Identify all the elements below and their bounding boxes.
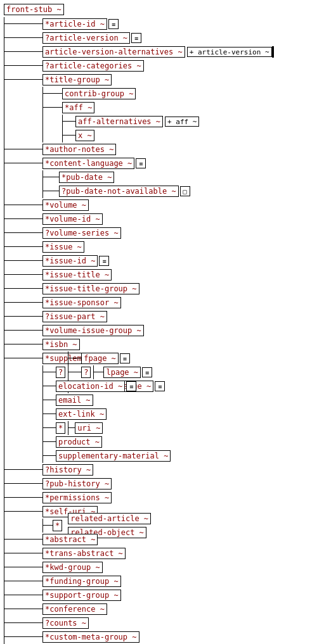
node-related-article: related-article ~ — [68, 513, 151, 524]
node-title-group: * title-group ~ — [42, 74, 112, 85]
node-row-content-language: * content-language ~ ≡ — [4, 156, 323, 170]
node-issue-sponsor: * issue-sponsor ~ — [42, 297, 121, 308]
node-product: product ~ — [56, 436, 102, 448]
node-row-custom-meta-group: * custom-meta-group ~ — [4, 630, 323, 644]
node-volume-series: ? volume-series ~ — [42, 227, 121, 239]
xml-tree: front-stub ~ * article-id ~ ≡ ? article-… — [0, 0, 324, 644]
node-article-id: * article-id ~ — [42, 18, 107, 30]
node-row-pub-date-not-available: ? pub-date-not-available ~ □ — [43, 184, 323, 198]
list-icon-fpage[interactable]: ≡ — [120, 353, 130, 363]
node-history: ? history ~ — [42, 464, 93, 476]
node-row-aff-alternatives: aff-alternatives ~ + aff ~ — [63, 115, 323, 129]
add-btn-article-version[interactable]: + article-version ~ — [187, 47, 272, 57]
node-row-x: x ~ — [63, 129, 323, 142]
root-label: front-stub ~ — [6, 5, 62, 14]
node-row-abstract: * abstract ~ — [4, 533, 323, 546]
node-aff: * aff ~ — [62, 102, 94, 113]
node-row-volume-series: ? volume-series ~ — [4, 226, 323, 240]
list-icon-lpage[interactable]: ≡ — [142, 367, 152, 377]
node-related-card: * — [53, 520, 62, 531]
node-volume-id: * volume-id ~ — [42, 213, 103, 225]
node-fpage: fpage ~ — [81, 353, 119, 364]
node-row-conference: * conference ~ — [4, 602, 323, 616]
node-x: x ~ — [75, 130, 94, 141]
node-row-fpage: fpage ~ ≡ — [68, 351, 165, 365]
node-row-product: product ~ — [43, 435, 323, 449]
node-volume-issue-group: * volume-issue-group ~ — [42, 325, 144, 336]
node-counts: ? counts ~ — [42, 617, 89, 629]
add-btn-aff[interactable]: + aff ~ — [165, 117, 199, 127]
node-custom-meta-group: * custom-meta-group ~ — [42, 631, 139, 643]
node-row-issue-title: * issue-title ~ — [4, 268, 323, 282]
node-lpage-group-card: ? — [81, 367, 91, 378]
node-row-permissions: * permissions ~ — [4, 491, 323, 505]
node-abstract: * abstract ~ — [42, 534, 98, 545]
node-row-author-notes: * author-notes ~ — [4, 142, 323, 156]
node-funding-group: * funding-group ~ — [42, 576, 121, 587]
node-row-history: ? history ~ — [4, 463, 323, 477]
list-icon-article-version[interactable]: ≡ — [131, 33, 141, 43]
node-row-self-uri: * self-uri ~ — [4, 505, 323, 519]
node-row-kwd-group: * kwd-group ~ — [4, 560, 323, 574]
node-row-lpage-group: ? lpage ~ — [68, 365, 165, 379]
node-uri-card: * — [56, 422, 65, 434]
node-row-counts: ? counts ~ — [4, 616, 323, 630]
node-author-notes: * author-notes ~ — [42, 144, 116, 155]
node-row-volume: * volume ~ — [4, 198, 323, 212]
node-row-issue-title-group: * issue-title-group ~ — [4, 282, 323, 296]
node-issue-title: * issue-title ~ — [42, 269, 112, 281]
node-email: email ~ — [56, 395, 93, 406]
node-row-article-id: * article-id ~ ≡ — [4, 17, 323, 31]
node-article-version-alternatives: article-version-alternatives ~ — [42, 46, 185, 58]
node-row-related-group: * related-article ~ — [43, 519, 323, 533]
collapse-btn-pub-date[interactable]: □ — [180, 186, 190, 196]
node-row-volume-id: * volume-id ~ — [4, 212, 323, 226]
node-row-supplementary-material: supplementary-material ~ — [43, 449, 323, 463]
node-volume: * volume ~ — [42, 199, 89, 211]
node-contrib-group: contrib-group ~ — [62, 88, 136, 99]
node-row-article-version: ? article-version ~ ≡ — [4, 31, 323, 45]
node-issue: * issue ~ — [42, 241, 84, 253]
node-row-issue-part: ? issue-part ~ — [4, 310, 323, 324]
node-row-page-group-outer: ? fpage ~ ≡ — [43, 365, 323, 379]
node-row-support-group: * support-group ~ — [4, 588, 323, 602]
node-row-article-version-alternatives: article-version-alternatives ~ + article… — [4, 45, 323, 59]
node-supplementary-material: supplementary-material ~ — [56, 450, 171, 462]
node-row-issue-sponsor: * issue-sponsor ~ — [4, 296, 323, 310]
list-icon-content-language[interactable]: ≡ — [136, 158, 146, 168]
node-conference: * conference ~ — [42, 603, 107, 615]
node-row-funding-group: * funding-group ~ — [4, 574, 323, 588]
node-content-language: * content-language ~ — [42, 158, 134, 169]
node-row-elocation-id: elocation-id ~ ≡ — [43, 379, 323, 393]
node-row-aff: * aff ~ — [43, 101, 323, 115]
node-row-issue: * issue ~ — [4, 240, 323, 254]
node-row-ext-link: ext-link ~ — [43, 407, 323, 421]
root-row: front-stub ~ — [1, 3, 323, 16]
node-row-contrib-group: contrib-group ~ — [43, 87, 323, 101]
node-aff-alternatives: aff-alternatives ~ — [75, 116, 163, 127]
node-row-uri-inner: uri ~ — [68, 421, 103, 435]
node-elocation-id: elocation-id ~ — [56, 381, 125, 392]
node-permissions: * permissions ~ — [42, 492, 112, 503]
node-uri: uri ~ — [75, 422, 103, 434]
node-row-trans-abstract: * trans-abstract ~ — [4, 546, 323, 560]
node-pub-history: ? pub-history ~ — [42, 478, 112, 489]
node-row-isbn: * isbn ~ — [4, 338, 323, 351]
list-icon-elocation-id[interactable]: ≡ — [126, 381, 136, 391]
node-row-volume-issue-group: * volume-issue-group ~ — [4, 324, 323, 338]
node-lpage: lpage ~ — [103, 367, 141, 378]
node-row-uri: * uri ~ — [43, 421, 323, 435]
node-issue-part: ? issue-part ~ — [42, 311, 107, 322]
node-kwd-group: * kwd-group ~ — [42, 562, 103, 573]
node-row-related-article: related-article ~ — [65, 512, 151, 526]
list-icon-article-id[interactable]: ≡ — [108, 19, 119, 29]
node-pub-date-not-available: ? pub-date-not-available ~ — [59, 186, 179, 197]
node-trans-abstract: * trans-abstract ~ — [42, 548, 126, 559]
node-ext-link: ext-link ~ — [56, 408, 107, 420]
list-icon-issue-id[interactable]: ≡ — [99, 256, 109, 266]
node-row-pub-date: * pub-date ~ — [43, 170, 323, 184]
root-node: front-stub ~ — [4, 4, 64, 15]
node-issue-title-group: * issue-title-group ~ — [42, 283, 139, 294]
node-page-group: ? — [56, 367, 65, 378]
node-row-email: email ~ — [43, 393, 323, 407]
